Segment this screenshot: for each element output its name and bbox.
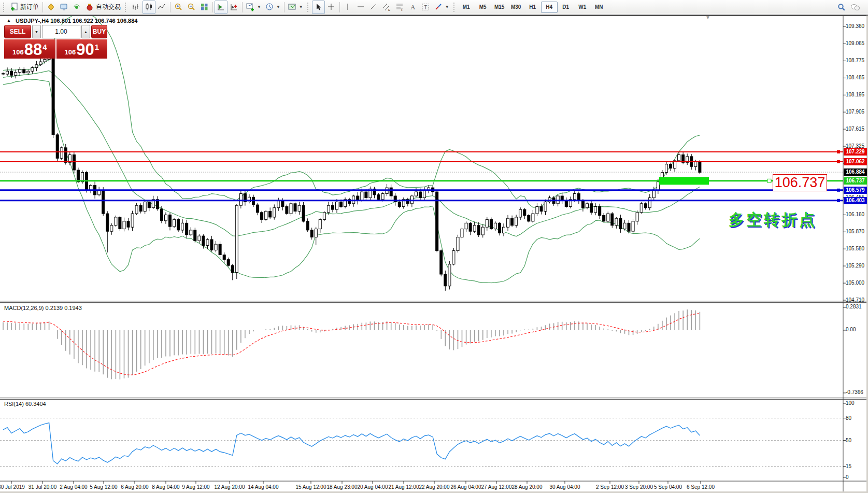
toolbar-drag-handle[interactable] bbox=[453, 3, 456, 12]
volume-decrease-button[interactable]: ▼ bbox=[32, 25, 41, 38]
price-axis-tick: 109.065 bbox=[846, 40, 868, 46]
auto-scroll-button[interactable] bbox=[215, 1, 227, 14]
fibonacci-tool-button[interactable]: F bbox=[393, 1, 406, 14]
search-button[interactable] bbox=[835, 1, 848, 14]
line-chart-button[interactable] bbox=[155, 1, 168, 14]
clock-icon bbox=[265, 3, 274, 11]
time-axis-label: 6 Sep 12:00 bbox=[677, 484, 724, 490]
new-order-button[interactable]: 新订单 bbox=[8, 1, 41, 14]
chart-canvas[interactable] bbox=[0, 0, 868, 493]
bar-chart-icon bbox=[132, 3, 140, 11]
market-watch-button[interactable] bbox=[58, 1, 70, 14]
one-click-trading-toggle-icon[interactable]: ▲ bbox=[7, 18, 11, 23]
sell-price-display[interactable]: 106 88 4 bbox=[4, 39, 55, 59]
timeframe-mn-button[interactable]: MN bbox=[591, 2, 607, 13]
bar-chart-button[interactable] bbox=[130, 1, 143, 14]
zoom-out-button[interactable] bbox=[185, 1, 198, 14]
main-toolbar: 新订单 自动交易 ▼ ▼ bbox=[0, 0, 868, 15]
text-tool-button[interactable]: A bbox=[406, 1, 419, 14]
metaeditor-icon bbox=[47, 3, 55, 11]
dropdown-caret-icon: ▼ bbox=[257, 5, 261, 9]
price-axis-tick: 108.775 bbox=[846, 58, 868, 63]
new-chart-button[interactable]: ▼ bbox=[244, 1, 263, 14]
toolbar-drag-handle[interactable] bbox=[307, 3, 310, 12]
volume-input[interactable]: 1.00 bbox=[42, 25, 80, 38]
mt4-terminal: { "toolbar": { "new_order_label": "新订单",… bbox=[0, 0, 868, 493]
price-tag: 106.579 bbox=[844, 187, 867, 194]
macd-axis-tick: 0.00 bbox=[846, 327, 868, 332]
fibonacci-icon: F bbox=[395, 3, 404, 11]
price-axis-tick: 105.000 bbox=[846, 280, 868, 286]
timeframe-m5-button[interactable]: M5 bbox=[475, 2, 491, 13]
new-chart-icon bbox=[246, 3, 255, 11]
toolbar-drag-handle[interactable] bbox=[125, 3, 127, 12]
line-chart-icon bbox=[158, 3, 166, 11]
chat-button[interactable] bbox=[848, 1, 863, 14]
rsi-axis-tick: 100 bbox=[846, 400, 868, 406]
timeframe-m15-button[interactable]: M15 bbox=[491, 2, 508, 13]
price-level-callout: 106.737 bbox=[773, 174, 827, 191]
horizontal-line-tool-button[interactable] bbox=[354, 1, 367, 14]
rsi-indicator-label: RSI(14) 60.3404 bbox=[4, 401, 46, 407]
price-axis-tick: 105.870 bbox=[846, 229, 868, 234]
toolbar-separator bbox=[339, 2, 340, 12]
toolbar-separator bbox=[170, 2, 170, 12]
buy-price-display[interactable]: 106 90 1 bbox=[56, 39, 108, 59]
zoom-in-button[interactable] bbox=[172, 1, 185, 14]
chat-icon bbox=[850, 3, 861, 12]
rsi-axis-tick: 15 bbox=[846, 463, 868, 469]
channel-tool-button[interactable]: E bbox=[380, 1, 393, 14]
tile-windows-button[interactable] bbox=[198, 1, 211, 14]
toolbar-drag-handle[interactable] bbox=[3, 3, 6, 12]
timeframe-d1-button[interactable]: D1 bbox=[558, 2, 574, 13]
chinese-annotation-text: 多空转折点 bbox=[729, 209, 817, 231]
chart-shift-marker-icon[interactable]: ▼ bbox=[705, 15, 710, 20]
timeframe-h1-button[interactable]: H1 bbox=[524, 2, 541, 13]
dropdown-caret-icon: ▼ bbox=[445, 5, 449, 9]
trendline-icon bbox=[369, 3, 378, 11]
vertical-line-icon bbox=[344, 3, 352, 11]
buy-price-base: 106 bbox=[64, 48, 76, 56]
price-axis-tick: 108.195 bbox=[846, 92, 868, 97]
text-label-tool-button[interactable]: T bbox=[419, 1, 432, 14]
text-icon: A bbox=[408, 3, 417, 11]
trendline-tool-button[interactable] bbox=[367, 1, 380, 14]
macd-indicator-label: MACD(12,26,9) 0.2139 0.1943 bbox=[4, 305, 82, 311]
chart-shift-icon bbox=[230, 3, 238, 11]
cursor-tool-button[interactable] bbox=[312, 1, 325, 14]
buy-price-pip: 1 bbox=[95, 43, 99, 51]
arrow-objects-icon bbox=[434, 3, 443, 11]
svg-text:A: A bbox=[410, 3, 416, 11]
price-tag: 106.884 bbox=[844, 168, 867, 176]
crosshair-tool-button[interactable] bbox=[325, 1, 338, 14]
price-level-value: 106.737 bbox=[775, 175, 826, 191]
autotrading-button[interactable]: 自动交易 bbox=[83, 1, 123, 14]
text-label-icon: T bbox=[421, 3, 430, 11]
arrows-tool-button[interactable]: ▼ bbox=[432, 1, 451, 14]
equidistant-channel-icon: E bbox=[382, 3, 391, 11]
time-axis-label: 14 Aug 04:00 bbox=[240, 484, 287, 490]
timeframe-m30-button[interactable]: M30 bbox=[508, 2, 524, 13]
candlestick-chart-icon bbox=[145, 3, 153, 11]
timeframe-m1-button[interactable]: M1 bbox=[458, 2, 475, 13]
metaeditor-button[interactable] bbox=[45, 1, 58, 14]
vertical-line-tool-button[interactable] bbox=[341, 1, 354, 14]
signals-icon bbox=[73, 3, 81, 11]
price-axis-tick: 105.580 bbox=[846, 246, 868, 251]
price-tag: 106.737 bbox=[844, 177, 867, 185]
buy-price-big: 90 bbox=[76, 42, 94, 58]
candlestick-chart-button[interactable] bbox=[143, 1, 155, 14]
signals-button[interactable] bbox=[70, 1, 83, 14]
chart-shift-button[interactable] bbox=[227, 1, 240, 14]
toolbar-separator bbox=[284, 2, 284, 12]
buy-button[interactable]: BUY bbox=[91, 25, 107, 38]
volume-increase-button[interactable]: ▲ bbox=[81, 25, 90, 38]
chart-template-button[interactable]: ▼ bbox=[286, 1, 305, 14]
svg-text:E: E bbox=[388, 8, 390, 11]
timeframe-h4-button[interactable]: H4 bbox=[541, 2, 558, 13]
periods-button[interactable]: ▼ bbox=[263, 1, 282, 14]
sell-button[interactable]: SELL bbox=[4, 25, 31, 38]
timeframe-w1-button[interactable]: W1 bbox=[574, 2, 591, 13]
price-axis-tick: 107.905 bbox=[846, 109, 868, 115]
price-axis-tick: 109.360 bbox=[846, 23, 868, 29]
